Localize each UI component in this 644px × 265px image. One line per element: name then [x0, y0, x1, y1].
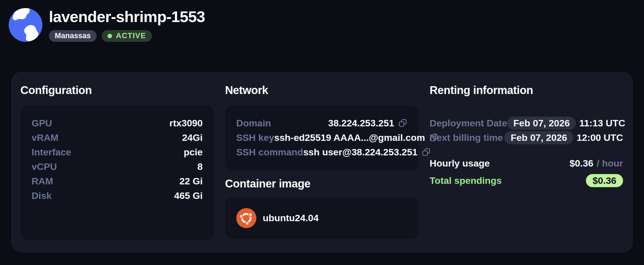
copy-icon	[398, 119, 407, 127]
hourly-usage-row: Hourly usage $0.36/ hour	[430, 156, 623, 170]
renting-information-section: Renting information Deployment Date Feb …	[430, 83, 623, 252]
config-label: vRAM	[32, 133, 58, 142]
ssh-command-value: ssh user@38.224.253.251	[303, 147, 418, 157]
config-label: Disk	[32, 191, 52, 200]
config-row-gpu: GPU rtx3090	[32, 116, 203, 130]
status-dot-icon	[108, 34, 112, 38]
hourly-usage-amount: $0.36	[569, 158, 593, 168]
config-row-ram: RAM 22 Gi	[32, 174, 203, 188]
config-row-interface: Interface pcie	[32, 145, 203, 159]
instance-title: lavender-shrimp-1553	[49, 8, 205, 26]
network-label: Domain	[236, 118, 271, 128]
next-billing-time: 12:00 UTC	[577, 133, 623, 142]
globe-icon	[9, 8, 42, 42]
configuration-section: Configuration GPU rtx3090 vRAM 24Gi Inte…	[20, 83, 214, 252]
status-badge-label: ACTIVE	[116, 32, 146, 40]
network-heading: Network	[225, 83, 419, 97]
hourly-usage-suffix: / hour	[597, 158, 623, 168]
config-label: Interface	[32, 147, 71, 157]
config-label: vCPU	[32, 162, 57, 171]
total-spendings-pill: $0.36	[586, 174, 623, 187]
config-label: RAM	[32, 176, 53, 186]
deployment-date-row: Deployment Date Feb 07, 2026 11:13 UTC	[430, 116, 623, 130]
next-billing-label: Next billing time	[430, 133, 503, 142]
next-billing-date-pill: Feb 07, 2026	[504, 131, 573, 144]
config-row-vram: vRAM 24Gi	[32, 130, 203, 145]
container-image-card: ubuntu24.04	[225, 197, 419, 239]
deployment-time: 11:13 UTC	[579, 118, 625, 128]
network-card: Domain 38.224.253.251 SSH key ssh-ed2551…	[225, 105, 419, 170]
copy-ssh-command-button[interactable]	[422, 148, 431, 156]
network-section: Network Domain 38.224.253.251 SSH key	[225, 83, 419, 252]
config-value: 22 Gi	[180, 176, 203, 186]
container-image-heading: Container image	[225, 177, 419, 190]
total-spendings-label: Total spendings	[430, 176, 502, 185]
page-header: lavender-shrimp-1553 Manassas ACTIVE	[9, 8, 205, 42]
network-label: SSH key	[236, 133, 274, 142]
network-label: SSH command	[236, 147, 303, 157]
next-billing-row: Next billing time Feb 07, 2026 12:00 UTC	[430, 130, 623, 145]
network-row-domain: Domain 38.224.253.251	[236, 116, 407, 130]
config-row-vcpu: vCPU 8	[32, 159, 203, 174]
domain-value: 38.224.253.251	[328, 118, 394, 128]
location-badge: Manassas	[49, 30, 97, 42]
network-row-ssh-key: SSH key ssh-ed25519 AAAA...@gmail.com	[236, 130, 407, 145]
copy-icon	[422, 148, 431, 156]
config-value: 24Gi	[182, 133, 203, 142]
configuration-card: GPU rtx3090 vRAM 24Gi Interface pcie vCP…	[20, 105, 214, 240]
network-row-ssh-command: SSH command ssh user@38.224.253.251	[236, 145, 407, 159]
hourly-usage-label: Hourly usage	[430, 158, 490, 168]
ssh-key-value: ssh-ed25519 AAAA...@gmail.com	[274, 133, 425, 142]
copy-domain-button[interactable]	[398, 119, 407, 127]
deployment-date-pill: Feb 07, 2026	[507, 117, 576, 130]
badges-row: Manassas ACTIVE	[49, 30, 205, 42]
container-image-name: ubuntu24.04	[263, 213, 319, 223]
configuration-heading: Configuration	[20, 83, 214, 97]
config-label: GPU	[32, 118, 52, 128]
total-spendings-row: Total spendings $0.36	[430, 173, 623, 188]
ubuntu-logo-icon	[236, 208, 256, 228]
container-image-section: Container image ubuntu24.04	[225, 177, 419, 239]
renting-information-heading: Renting information	[430, 83, 623, 97]
deployment-date-label: Deployment Date	[430, 118, 507, 128]
config-value: 8	[197, 162, 203, 171]
config-value: 465 Gi	[174, 191, 203, 200]
instance-details-card: Configuration GPU rtx3090 vRAM 24Gi Inte…	[11, 72, 633, 252]
config-value: rtx3090	[170, 118, 203, 128]
config-row-disk: Disk 465 Gi	[32, 188, 203, 203]
status-badge: ACTIVE	[102, 30, 152, 42]
config-value: pcie	[184, 147, 203, 157]
